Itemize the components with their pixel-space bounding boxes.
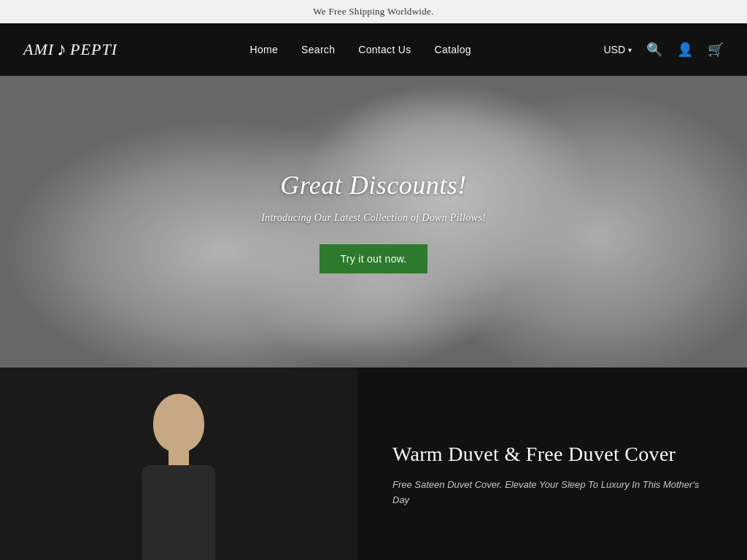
person-figure: [98, 379, 259, 560]
nav-item-home[interactable]: Home: [250, 43, 279, 56]
hero-section: Great Discounts! Introducing Our Latest …: [0, 76, 747, 368]
currency-dropdown-icon: ▾: [628, 46, 632, 54]
hero-title: Great Discounts!: [191, 170, 556, 201]
second-section-image: [0, 368, 357, 560]
nav-links: Home Search Contact Us Catalog: [250, 43, 471, 56]
nav-item-catalog[interactable]: Catalog: [435, 43, 471, 56]
account-icon[interactable]: 👤: [677, 43, 693, 56]
nav-link-search[interactable]: Search: [301, 44, 335, 55]
search-icon[interactable]: 🔍: [646, 43, 662, 56]
currency-selector[interactable]: USD ▾: [603, 44, 632, 55]
hero-cta-button[interactable]: Try it out now.: [320, 244, 427, 273]
nav-link-catalog[interactable]: Catalog: [435, 44, 471, 55]
currency-label: USD: [603, 44, 625, 55]
hero-content: Great Discounts! Introducing Our Latest …: [191, 170, 556, 273]
nav-link-home[interactable]: Home: [250, 44, 279, 55]
person-head: [153, 394, 204, 452]
nav-link-contact[interactable]: Contact Us: [358, 44, 411, 55]
announcement-text: We Free Shipping Worldwide.: [313, 6, 433, 17]
second-section-title: Warm Duvet & Free Duvet Cover: [392, 443, 712, 466]
nav-item-contact[interactable]: Contact Us: [358, 43, 411, 56]
nav-right: USD ▾ 🔍 👤 🛒: [603, 43, 724, 56]
navbar: AMI♪PEPTI Home Search Contact Us Catalog…: [0, 23, 747, 76]
second-section-description: Free Sateen Duvet Cover. Elevate Your Sl…: [392, 478, 712, 508]
hero-subtitle: Introducing Our Latest Collection of Dow…: [191, 212, 556, 224]
nav-item-search[interactable]: Search: [301, 43, 335, 56]
person-body: [142, 465, 215, 560]
announcement-bar: We Free Shipping Worldwide.: [0, 0, 747, 23]
logo-pepti: PEPTI: [70, 40, 117, 59]
second-section-content: Warm Duvet & Free Duvet Cover Free Satee…: [357, 368, 747, 560]
second-section: Warm Duvet & Free Duvet Cover Free Satee…: [0, 368, 747, 560]
logo-ami: AMI: [23, 40, 54, 59]
cart-icon[interactable]: 🛒: [708, 43, 724, 56]
logo[interactable]: AMI♪PEPTI: [23, 39, 117, 61]
logo-icon: ♪: [57, 39, 67, 61]
